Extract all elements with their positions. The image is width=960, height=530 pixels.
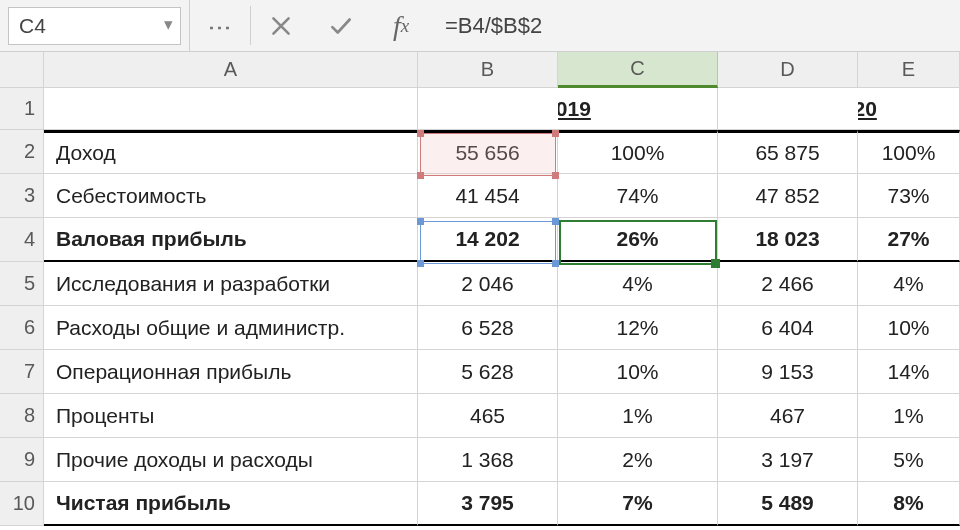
row-4: 4Валовая прибыль14 20226%18 02327% [0, 218, 960, 262]
cell-B4[interactable]: 14 202 [418, 218, 558, 262]
col-header-A[interactable]: A [44, 52, 418, 88]
formula-input[interactable] [431, 0, 960, 51]
cell-D10[interactable]: 5 489 [718, 482, 858, 526]
cell-C2[interactable]: 100% [558, 130, 718, 174]
cell-D3[interactable]: 47 852 [718, 174, 858, 218]
cell-B8[interactable]: 465 [418, 394, 558, 438]
row-header-6[interactable]: 6 [0, 306, 44, 350]
cell-A7[interactable]: Операционная прибыль [44, 350, 418, 394]
row-2: 2Доход55 656100%65 875100% [0, 130, 960, 174]
cell-C3[interactable]: 74% [558, 174, 718, 218]
cell-B9[interactable]: 1 368 [418, 438, 558, 482]
row-3: 3Себестоимость41 45474%47 85273% [0, 174, 960, 218]
year-2019: 2019 [558, 97, 591, 121]
cell-D5[interactable]: 2 466 [718, 262, 858, 306]
cell-E2[interactable]: 100% [858, 130, 960, 174]
row-header-4[interactable]: 4 [0, 218, 44, 262]
formula-bar: ▾ ⋮ fx [0, 0, 960, 52]
select-all-corner[interactable] [0, 52, 44, 88]
cell-B10[interactable]: 3 795 [418, 482, 558, 526]
cell-D4[interactable]: 18 023 [718, 218, 858, 262]
cell-A5[interactable]: Исследования и разработки [44, 262, 418, 306]
cell-C8[interactable]: 1% [558, 394, 718, 438]
col-header-D[interactable]: D [718, 52, 858, 88]
row-header-7[interactable]: 7 [0, 350, 44, 394]
cell-D2[interactable]: 65 875 [718, 130, 858, 174]
cell-B7[interactable]: 5 628 [418, 350, 558, 394]
cell-E5[interactable]: 4% [858, 262, 960, 306]
spreadsheet-grid[interactable]: A B C D E 1 2019 2020 2Доход55 656100%65… [0, 52, 960, 526]
row-5: 5Исследования и разработки2 0464%2 4664% [0, 262, 960, 306]
cell-D1[interactable] [718, 88, 858, 130]
row-8: 8Проценты4651%4671% [0, 394, 960, 438]
cell-B3[interactable]: 41 454 [418, 174, 558, 218]
cell-A4[interactable]: Валовая прибыль [44, 218, 418, 262]
cell-A8[interactable]: Проценты [44, 394, 418, 438]
cell-E10[interactable]: 8% [858, 482, 960, 526]
col-header-C[interactable]: C [558, 52, 718, 88]
cell-B2[interactable]: 55 656 [418, 130, 558, 174]
cell-C10[interactable]: 7% [558, 482, 718, 526]
cell-E7[interactable]: 14% [858, 350, 960, 394]
cell-E8[interactable]: 1% [858, 394, 960, 438]
cell-E3[interactable]: 73% [858, 174, 960, 218]
cancel-icon[interactable] [251, 0, 311, 51]
cell-C6[interactable]: 12% [558, 306, 718, 350]
cell-C5[interactable]: 4% [558, 262, 718, 306]
col-header-B[interactable]: B [418, 52, 558, 88]
expand-formula-bar-button[interactable]: ⋮ [195, 0, 246, 56]
name-box[interactable] [8, 7, 181, 45]
col-header-E[interactable]: E [858, 52, 960, 88]
cell-E4[interactable]: 27% [858, 218, 960, 262]
cell-C7[interactable]: 10% [558, 350, 718, 394]
cell-C9[interactable]: 2% [558, 438, 718, 482]
row-1: 1 2019 2020 [0, 88, 960, 130]
row-header-2[interactable]: 2 [0, 130, 44, 174]
row-header-5[interactable]: 5 [0, 262, 44, 306]
row-10: 10Чистая прибыль3 7957%5 4898% [0, 482, 960, 526]
cell-E1[interactable]: 2020 [858, 88, 960, 130]
row-header-1[interactable]: 1 [0, 88, 44, 130]
cell-E6[interactable]: 10% [858, 306, 960, 350]
cell-A10[interactable]: Чистая прибыль [44, 482, 418, 526]
row-header-10[interactable]: 10 [0, 482, 44, 526]
year-2020: 2020 [858, 97, 877, 121]
cell-D7[interactable]: 9 153 [718, 350, 858, 394]
cell-B5[interactable]: 2 046 [418, 262, 558, 306]
row-7: 7Операционная прибыль5 62810%9 15314% [0, 350, 960, 394]
fx-icon[interactable]: fx [371, 0, 431, 51]
cell-A2[interactable]: Доход [44, 130, 418, 174]
name-box-container: ▾ [0, 0, 190, 51]
row-9: 9Прочие доходы и расходы1 3682%3 1975% [0, 438, 960, 482]
cell-D6[interactable]: 6 404 [718, 306, 858, 350]
row-header-9[interactable]: 9 [0, 438, 44, 482]
column-header-row: A B C D E [0, 52, 960, 88]
row-6: 6Расходы общие и администр.6 52812%6 404… [0, 306, 960, 350]
cell-C1[interactable]: 2019 [558, 88, 718, 130]
cell-D9[interactable]: 3 197 [718, 438, 858, 482]
cell-A6[interactable]: Расходы общие и администр. [44, 306, 418, 350]
cell-D8[interactable]: 467 [718, 394, 858, 438]
cell-A3[interactable]: Себестоимость [44, 174, 418, 218]
cell-A1[interactable] [44, 88, 418, 130]
cell-C4[interactable]: 26% [558, 218, 718, 262]
cell-B6[interactable]: 6 528 [418, 306, 558, 350]
enter-icon[interactable] [311, 0, 371, 51]
row-header-3[interactable]: 3 [0, 174, 44, 218]
cell-E9[interactable]: 5% [858, 438, 960, 482]
cell-B1[interactable] [418, 88, 558, 130]
row-header-8[interactable]: 8 [0, 394, 44, 438]
cell-A9[interactable]: Прочие доходы и расходы [44, 438, 418, 482]
